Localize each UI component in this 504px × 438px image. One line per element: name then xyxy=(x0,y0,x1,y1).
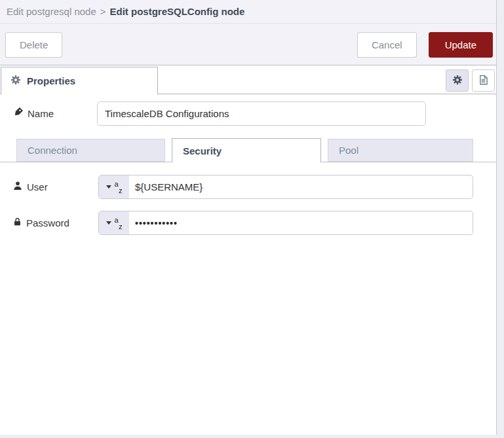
tab-security-label: Security xyxy=(183,145,222,156)
cancel-button[interactable]: Cancel xyxy=(357,32,417,58)
document-icon xyxy=(478,75,488,87)
tab-connection-label: Connection xyxy=(28,145,77,156)
password-field-label-text: Password xyxy=(26,217,69,228)
tray-panel: Edit postgresql node > Edit postgreSQLCo… xyxy=(0,0,497,435)
node-edit-form: Name Connection Security Pool xyxy=(0,94,496,435)
gear-icon xyxy=(10,75,21,87)
tab-properties-label: Properties xyxy=(27,75,75,86)
editor-tab-bar: Properties xyxy=(0,65,496,94)
user-typed-input: a z xyxy=(98,175,473,199)
breadcrumb: Edit postgresql node > Edit postgreSQLCo… xyxy=(0,0,496,24)
toolbar-right-group: Cancel Update xyxy=(357,32,493,58)
user-icon xyxy=(13,181,22,192)
user-type-select-button[interactable]: a z xyxy=(99,175,129,198)
user-field-label-text: User xyxy=(27,181,48,192)
tab-security[interactable]: Security xyxy=(172,138,321,162)
tray-icon-buttons xyxy=(446,69,495,92)
breadcrumb-parent[interactable]: Edit postgresql node xyxy=(7,6,96,17)
password-field-label: Password xyxy=(13,213,69,232)
chevron-down-icon xyxy=(106,185,111,189)
tab-properties[interactable]: Properties xyxy=(1,67,158,94)
delete-button[interactable]: Delete xyxy=(5,32,62,58)
name-field-label: Name xyxy=(13,103,54,123)
gear-icon xyxy=(452,75,463,87)
tab-connection[interactable]: Connection xyxy=(16,139,165,162)
update-button[interactable]: Update xyxy=(429,32,493,58)
edit-properties-button[interactable] xyxy=(446,69,469,92)
user-field-label: User xyxy=(13,177,48,196)
user-input[interactable] xyxy=(129,175,473,198)
config-tab-bar: Connection Security Pool xyxy=(0,138,496,162)
password-type-select-button[interactable]: a z xyxy=(99,211,129,234)
tag-icon xyxy=(13,107,23,119)
edit-config-node-dialog: Edit postgresql node > Edit postgreSQLCo… xyxy=(0,0,504,438)
tab-pool-label: Pool xyxy=(339,145,359,156)
breadcrumb-separator: > xyxy=(100,6,106,17)
lock-icon xyxy=(13,217,22,228)
breadcrumb-current: Edit postgreSQLConfig node xyxy=(110,6,245,17)
tab-pool[interactable]: Pool xyxy=(328,139,473,162)
tray-toolbar: Delete Cancel Update xyxy=(0,24,496,65)
name-input[interactable] xyxy=(97,101,426,126)
password-input[interactable] xyxy=(129,211,473,234)
chevron-down-icon xyxy=(106,221,111,225)
password-typed-input: a z xyxy=(98,211,473,235)
string-type-icon: a z xyxy=(115,215,123,232)
description-button[interactable] xyxy=(472,69,495,92)
name-field-label-text: Name xyxy=(28,108,54,119)
string-type-icon: a z xyxy=(115,179,123,196)
